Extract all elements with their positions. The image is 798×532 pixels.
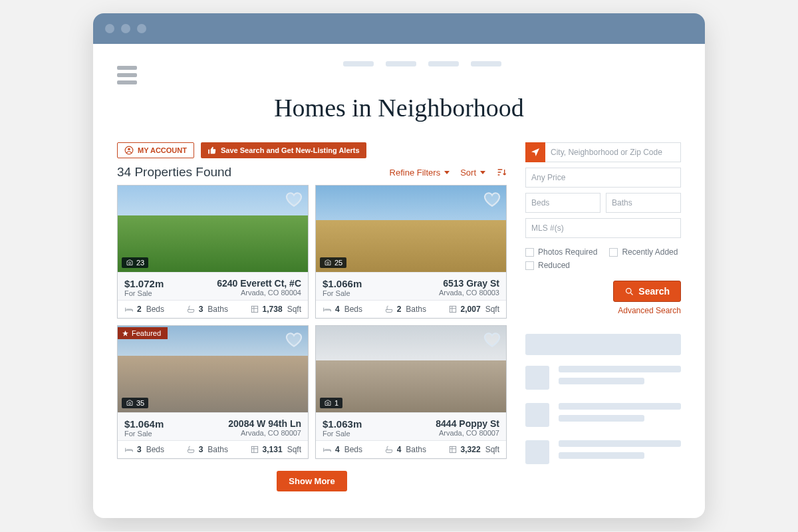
- listing-card[interactable]: Featured 35 $1.064m For Sale 20084 W 94t…: [117, 325, 309, 459]
- listing-status: For Sale: [124, 430, 164, 438]
- photo-count-badge: 25: [320, 257, 346, 268]
- photos-required-label: Photos Required: [538, 247, 597, 257]
- listing-sqft: 2,007Sqft: [448, 305, 499, 314]
- save-search-label: Save Search and Get New-Listing Alerts: [221, 146, 360, 154]
- sort-button[interactable]: Sort: [460, 168, 485, 178]
- listing-photo[interactable]: 25: [316, 186, 506, 272]
- price-select[interactable]: [525, 168, 681, 188]
- listing-address: 6240 Everett Ct, #C: [217, 278, 301, 289]
- reduced-label: Reduced: [538, 261, 570, 270]
- listing-price: $1.066m: [323, 278, 362, 289]
- photo-count: 35: [136, 399, 144, 407]
- listing-beds: 3Beds: [124, 445, 164, 454]
- chevron-down-icon: [480, 171, 485, 174]
- listing-card[interactable]: 1 $1.063m For Sale 8444 Poppy St Arvada,…: [315, 325, 507, 459]
- window-control-dot: [105, 24, 114, 33]
- recently-added-label: Recently Added: [622, 247, 678, 257]
- baths-select[interactable]: [606, 193, 681, 213]
- svg-rect-7: [251, 446, 257, 452]
- sort-label: Sort: [460, 168, 476, 178]
- sort-icon: [496, 167, 507, 178]
- listing-status: For Sale: [323, 289, 362, 297]
- favorite-button[interactable]: [285, 191, 303, 210]
- listing-beds: 4Beds: [323, 445, 362, 454]
- window-control-dot: [121, 24, 130, 33]
- favorite-button[interactable]: [285, 331, 303, 350]
- window-control-dot: [137, 24, 146, 33]
- mock-browser-window: Homes in Neighborhood MY ACCOUNT Save Se…: [93, 13, 705, 518]
- svg-point-10: [626, 288, 632, 293]
- svg-rect-3: [251, 306, 257, 312]
- nav-placeholder: [343, 59, 501, 66]
- listing-photo[interactable]: 23: [118, 186, 308, 272]
- featured-badge: Featured: [118, 327, 168, 339]
- listing-sqft: 3,131Sqft: [250, 445, 301, 454]
- listing-status: For Sale: [124, 289, 164, 297]
- my-account-button[interactable]: MY ACCOUNT: [117, 142, 194, 158]
- user-icon: [124, 146, 134, 155]
- beds-select[interactable]: [525, 193, 600, 213]
- mls-input[interactable]: [525, 218, 681, 238]
- listing-card[interactable]: 23 $1.072m For Sale 6240 Everett Ct, #C …: [117, 185, 309, 319]
- search-location-input[interactable]: [545, 142, 681, 162]
- thumbs-up-icon: [207, 146, 217, 155]
- photo-count-badge: 1: [320, 398, 342, 408]
- photo-count: 23: [136, 259, 144, 267]
- my-account-label: MY ACCOUNT: [138, 146, 187, 154]
- listing-photo[interactable]: Featured 35: [118, 326, 308, 412]
- listing-city: Arvada, CO 80004: [217, 289, 301, 297]
- listing-address: 8444 Poppy St: [436, 418, 499, 429]
- listing-baths: 2Baths: [384, 305, 426, 314]
- advanced-search-link[interactable]: Advanced Search: [618, 306, 681, 315]
- photo-count: 1: [334, 399, 338, 407]
- menu-hamburger-icon[interactable]: [117, 63, 137, 88]
- favorite-button[interactable]: [483, 191, 501, 210]
- listing-address: 6513 Gray St: [439, 278, 499, 289]
- listing-price: $1.063m: [323, 418, 362, 430]
- listing-status: For Sale: [323, 430, 362, 438]
- reduced-checkbox[interactable]: Reduced: [525, 261, 570, 270]
- svg-rect-5: [450, 306, 456, 312]
- listing-sqft: 1,738Sqft: [250, 305, 301, 314]
- photos-required-checkbox[interactable]: Photos Required: [525, 247, 597, 257]
- window-title-bar: [93, 13, 705, 44]
- listing-photo[interactable]: 1: [316, 326, 506, 412]
- refine-filters-button[interactable]: Refine Filters: [390, 168, 450, 178]
- listing-card[interactable]: 25 $1.066m For Sale 6513 Gray St Arvada,…: [315, 185, 507, 319]
- save-search-button[interactable]: Save Search and Get New-Listing Alerts: [201, 142, 366, 158]
- featured-label: Featured: [132, 329, 161, 337]
- svg-point-4: [327, 262, 329, 264]
- favorite-button[interactable]: [483, 331, 501, 350]
- refine-filters-label: Refine Filters: [390, 168, 441, 178]
- listing-city: Arvada, CO 80007: [436, 429, 499, 437]
- search-button-label: Search: [638, 286, 670, 297]
- sort-direction-toggle[interactable]: [496, 167, 507, 178]
- listing-sqft: 3,322Sqft: [448, 445, 499, 454]
- show-more-button[interactable]: Show More: [277, 471, 346, 491]
- listing-baths: 3Baths: [186, 305, 228, 314]
- sidebar-skeleton: [525, 334, 681, 464]
- svg-point-2: [129, 262, 131, 264]
- svg-rect-9: [450, 446, 456, 452]
- svg-point-8: [327, 402, 329, 404]
- results-count: 34 Properties Found: [117, 165, 231, 180]
- photo-count-badge: 23: [122, 257, 148, 268]
- svg-point-6: [129, 402, 131, 404]
- chevron-down-icon: [444, 171, 450, 174]
- page-title: Homes in Neighborhood: [117, 93, 681, 122]
- locate-icon[interactable]: [525, 142, 545, 162]
- listing-beds: 2Beds: [124, 305, 164, 314]
- photo-count-badge: 35: [122, 398, 148, 408]
- svg-point-1: [128, 148, 130, 151]
- recently-added-checkbox[interactable]: Recently Added: [609, 247, 678, 257]
- listing-beds: 4Beds: [323, 305, 362, 314]
- photo-count: 25: [334, 259, 342, 267]
- listing-address: 20084 W 94th Ln: [228, 418, 301, 429]
- listing-price: $1.064m: [124, 418, 164, 430]
- listing-baths: 4Baths: [384, 445, 426, 454]
- search-icon: [624, 287, 634, 297]
- listing-city: Arvada, CO 80007: [228, 429, 301, 437]
- search-button[interactable]: Search: [613, 281, 681, 302]
- listing-baths: 3Baths: [186, 445, 228, 454]
- listing-price: $1.072m: [124, 278, 164, 289]
